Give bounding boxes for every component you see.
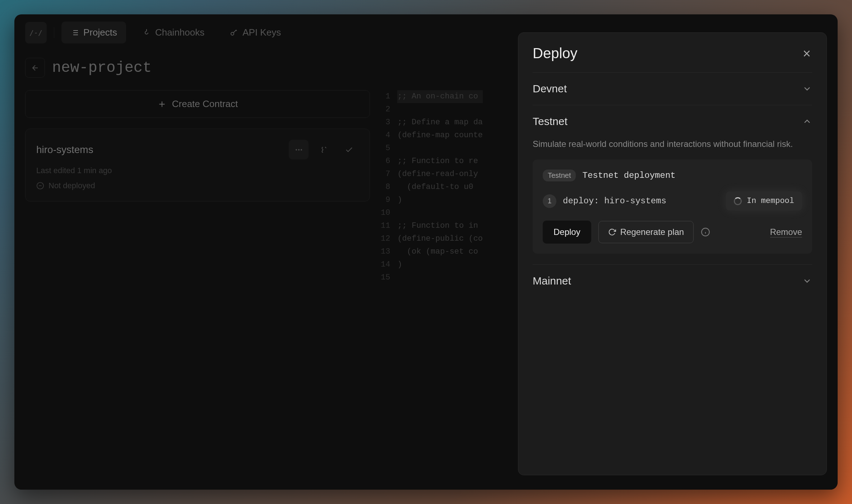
section-title: Testnet [533,115,568,128]
info-icon[interactable] [701,227,710,237]
chevron-up-icon [802,116,812,126]
deploy-button[interactable]: Deploy [543,221,591,244]
deploy-panel: Deploy Devnet Testnet Simulate real-worl… [518,32,827,475]
deploy-title: Deploy [533,45,578,61]
chevron-down-icon [802,84,812,94]
card-title: Testnet deployment [582,171,675,180]
card-header: Testnet Testnet deployment [543,170,802,181]
section-mainnet-header[interactable]: Mainnet [533,265,812,297]
section-mainnet: Mainnet [533,265,812,297]
section-devnet: Devnet [533,73,812,105]
deployment-card: Testnet Testnet deployment 1 deploy: hir… [533,159,812,254]
section-description: Simulate real-world conditions and inter… [533,138,812,159]
remove-link[interactable]: Remove [770,227,802,237]
section-testnet: Testnet Simulate real-world conditions a… [533,105,812,265]
mempool-status: In mempool [726,191,802,211]
chevron-down-icon [802,276,812,286]
close-icon[interactable] [801,48,812,59]
regen-label: Regenerate plan [620,227,684,237]
section-title: Mainnet [533,275,571,287]
card-actions: Deploy Regenerate plan Remove [543,221,802,244]
step-number: 1 [543,194,556,208]
deploy-header: Deploy [533,45,812,73]
network-badge: Testnet [543,170,576,181]
deploy-step: 1 deploy: hiro-systems In mempool [543,191,802,211]
regenerate-button[interactable]: Regenerate plan [598,221,694,243]
section-testnet-header[interactable]: Testnet [533,105,812,138]
app-window: /-/ Projects Chainhooks API Keys new-pro… [14,14,838,490]
spinner-icon [734,197,742,205]
mempool-label: In mempool [747,196,794,205]
step-text: deploy: hiro-systems [563,196,666,206]
section-devnet-header[interactable]: Devnet [533,73,812,105]
refresh-icon [608,228,616,236]
section-title: Devnet [533,83,567,95]
